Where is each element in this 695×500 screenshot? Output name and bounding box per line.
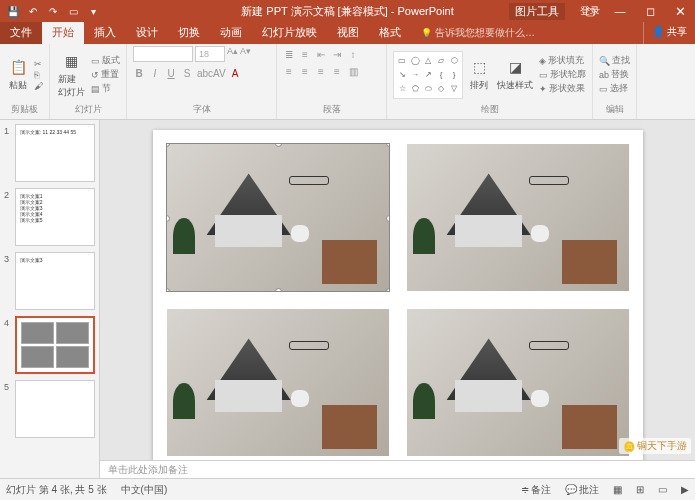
picture-2[interactable] — [407, 144, 629, 291]
resize-handle[interactable] — [386, 215, 389, 222]
slideshow-view-icon[interactable]: ▶ — [681, 484, 689, 495]
select-button[interactable]: ▭ 选择 — [599, 82, 630, 95]
spacing-button[interactable]: AV — [213, 68, 225, 79]
tab-home[interactable]: 开始 — [42, 22, 84, 44]
increase-font-icon[interactable]: A▴ — [227, 46, 238, 62]
tab-animations[interactable]: 动画 — [210, 22, 252, 44]
slide-thumbnails-pane[interactable]: 1 演示文案: 11 22 33 44 55 2 演示文案1演示文案2演示文案3… — [0, 120, 100, 478]
decrease-font-icon[interactable]: A▾ — [240, 46, 251, 62]
arrange-button[interactable]: ⬚排列 — [467, 55, 491, 94]
tab-format[interactable]: 格式 — [369, 22, 411, 44]
group-label: 编辑 — [599, 103, 630, 117]
shape-effects-button[interactable]: ✦ 形状效果 — [539, 82, 586, 95]
align-center-button[interactable]: ≡ — [299, 66, 311, 77]
tab-transitions[interactable]: 切换 — [168, 22, 210, 44]
format-painter-button[interactable]: 🖌 — [34, 81, 43, 91]
numbering-button[interactable]: ≡ — [299, 49, 311, 60]
font-size-input[interactable] — [195, 46, 225, 62]
slide-thumb-5[interactable] — [15, 380, 95, 438]
underline-button[interactable]: U — [165, 68, 177, 79]
bullets-button[interactable]: ≣ — [283, 49, 295, 60]
slide-canvas: ⟲ 单击此处添加备注 铜天下手游 — [100, 120, 695, 478]
window-title: 新建 PPT 演示文稿 [兼容模式] - PowerPoint — [241, 4, 454, 19]
resize-handle[interactable] — [275, 288, 282, 291]
qat-more-icon[interactable]: ▾ — [86, 4, 100, 18]
title-bar: 💾 ↶ ↷ ▭ ▾ 新建 PPT 演示文稿 [兼容模式] - PowerPoin… — [0, 0, 695, 22]
share-button[interactable]: 👤 共享 — [643, 22, 695, 44]
thumb-number: 2 — [4, 188, 12, 246]
line-spacing-button[interactable]: ↕ — [347, 49, 359, 60]
indent-inc-button[interactable]: ⇥ — [331, 49, 343, 60]
resize-handle[interactable] — [275, 144, 282, 147]
resize-handle[interactable] — [386, 144, 389, 147]
sorter-view-icon[interactable]: ⊞ — [636, 484, 644, 495]
redo-icon[interactable]: ↷ — [46, 4, 60, 18]
copy-button[interactable]: ⎘ — [34, 70, 43, 80]
picture-3[interactable] — [167, 309, 389, 456]
reading-view-icon[interactable]: ▭ — [658, 484, 667, 495]
strike-button[interactable]: S — [181, 68, 193, 79]
group-label: 幻灯片 — [56, 103, 120, 117]
group-slides: ▦新建 幻灯片 ▭ 版式 ↺ 重置 ▤ 节 幻灯片 — [50, 44, 127, 119]
slide-thumb-3[interactable]: 演示文案3 — [15, 252, 95, 310]
resize-handle[interactable] — [386, 288, 389, 291]
save-icon[interactable]: 💾 — [6, 4, 20, 18]
resize-handle[interactable] — [167, 215, 170, 222]
indent-dec-button[interactable]: ⇤ — [315, 49, 327, 60]
notes-toggle[interactable]: ≑ 备注 — [521, 483, 551, 497]
tab-slideshow[interactable]: 幻灯片放映 — [252, 22, 327, 44]
replace-button[interactable]: ab 替换 — [599, 68, 630, 81]
maximize-icon[interactable]: ◻ — [635, 0, 665, 22]
slide-area[interactable]: ⟲ — [100, 120, 695, 460]
find-button[interactable]: 🔍 查找 — [599, 54, 630, 67]
shadow-button[interactable]: abc — [197, 68, 209, 79]
section-button[interactable]: ▤ 节 — [91, 82, 120, 95]
paste-button[interactable]: 📋粘贴 — [6, 55, 30, 94]
picture-1[interactable]: ⟲ — [167, 144, 389, 291]
slide-thumb-4[interactable] — [15, 316, 95, 374]
shape-outline-button[interactable]: ▭ 形状轮廓 — [539, 68, 586, 81]
tell-me-search[interactable]: 告诉我您想要做什么… — [411, 22, 643, 44]
align-left-button[interactable]: ≡ — [283, 66, 295, 77]
tab-review[interactable]: 视图 — [327, 22, 369, 44]
close-icon[interactable]: ✕ — [665, 0, 695, 22]
resize-handle[interactable] — [167, 144, 170, 147]
shape-fill-button[interactable]: ◈ 形状填充 — [539, 54, 586, 67]
slide-thumb-1[interactable]: 演示文案: 11 22 33 44 55 — [15, 124, 95, 182]
quick-access-toolbar: 💾 ↶ ↷ ▭ ▾ — [0, 4, 100, 18]
login-link[interactable]: 登录 — [580, 4, 600, 18]
italic-button[interactable]: I — [149, 68, 161, 79]
tab-design[interactable]: 设计 — [126, 22, 168, 44]
reset-button[interactable]: ↺ 重置 — [91, 68, 120, 81]
group-drawing: ▭◯△▱⬡ ↘→↗{} ☆⬠⬭◇▽ ⬚排列 ◪快速样式 ◈ 形状填充 ▭ 形状轮… — [387, 44, 593, 119]
undo-icon[interactable]: ↶ — [26, 4, 40, 18]
bold-button[interactable]: B — [133, 68, 145, 79]
cut-button[interactable]: ✂ — [34, 59, 43, 69]
resize-handle[interactable] — [167, 288, 170, 291]
slide-thumb-2[interactable]: 演示文案1演示文案2演示文案3演示文案4演示文案5 — [15, 188, 95, 246]
layout-button[interactable]: ▭ 版式 — [91, 54, 120, 67]
thumb-number: 3 — [4, 252, 12, 310]
language-indicator[interactable]: 中文(中国) — [121, 483, 168, 497]
slideshow-icon[interactable]: ▭ — [66, 4, 80, 18]
new-slide-button[interactable]: ▦新建 幻灯片 — [56, 49, 87, 101]
ribbon: 📋粘贴 ✂ ⎘ 🖌 剪贴板 ▦新建 幻灯片 ▭ 版式 ↺ 重置 ▤ 节 幻灯片 … — [0, 44, 695, 120]
align-right-button[interactable]: ≡ — [315, 66, 327, 77]
minimize-icon[interactable]: — — [605, 0, 635, 22]
paste-icon: 📋 — [8, 57, 28, 77]
columns-button[interactable]: ▥ — [347, 66, 359, 77]
font-name-input[interactable] — [133, 46, 193, 62]
picture-4[interactable] — [407, 309, 629, 456]
shapes-gallery[interactable]: ▭◯△▱⬡ ↘→↗{} ☆⬠⬭◇▽ — [393, 51, 463, 99]
tab-file[interactable]: 文件 — [0, 22, 42, 44]
justify-button[interactable]: ≡ — [331, 66, 343, 77]
normal-view-icon[interactable]: ▦ — [613, 484, 622, 495]
group-label: 绘图 — [393, 103, 586, 117]
font-color-button[interactable]: A — [229, 68, 241, 79]
comments-toggle[interactable]: 💬 批注 — [565, 483, 599, 497]
quick-styles-button[interactable]: ◪快速样式 — [495, 55, 535, 94]
current-slide[interactable]: ⟲ — [153, 130, 643, 460]
group-paragraph: ≣ ≡ ⇤ ⇥ ↕ ≡ ≡ ≡ ≡ ▥ 段落 — [277, 44, 387, 119]
tab-insert[interactable]: 插入 — [84, 22, 126, 44]
notes-placeholder[interactable]: 单击此处添加备注 — [100, 460, 695, 478]
